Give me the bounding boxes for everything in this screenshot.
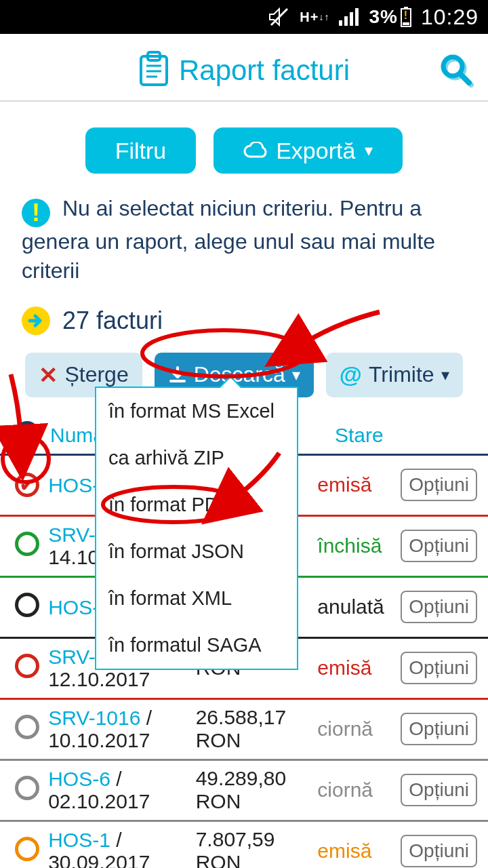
row-options-button[interactable]: Opțiuni — [401, 774, 477, 806]
row-select-radio[interactable] — [15, 715, 39, 739]
clock: 10:29 — [421, 5, 479, 30]
network-type: H+↓↑ — [300, 11, 329, 23]
row-options-button[interactable]: Opțiuni — [401, 530, 477, 562]
clipboard-icon — [138, 51, 169, 90]
row-select-radio[interactable] — [15, 532, 39, 556]
search-button[interactable] — [438, 52, 473, 90]
download-option-json[interactable]: în format JSON — [96, 528, 297, 575]
svg-text:!: ! — [404, 9, 408, 21]
download-option-pdf[interactable]: în format PDF — [96, 481, 297, 528]
info-badge-icon: ! — [22, 199, 50, 227]
download-option-zip[interactable]: ca arhivă ZIP — [96, 435, 297, 481]
row-value: 7.807,59RON — [196, 828, 318, 868]
table-row: HOS-6 / 02.10.201749.289,80RONciornăOpți… — [0, 761, 488, 822]
filter-button[interactable]: Filtru — [85, 127, 197, 174]
row-select-radio[interactable] — [15, 654, 39, 678]
arrow-badge-icon — [22, 307, 50, 335]
svg-rect-2 — [344, 16, 348, 26]
svg-line-15 — [460, 74, 469, 83]
download-icon — [168, 366, 187, 384]
row-status: ciornă — [317, 778, 401, 802]
page-title: Raport facturi — [179, 54, 350, 87]
signal-icon — [339, 8, 359, 26]
mute-icon — [268, 7, 290, 26]
row-status: emisă — [317, 473, 401, 496]
table-row: SRV-1016 /10.10.201726.588,17RONciornăOp… — [0, 700, 488, 761]
row-number[interactable]: HOS-6 / 02.10.2017 — [48, 768, 196, 812]
row-options-button[interactable]: Opțiuni — [401, 652, 477, 684]
result-count: 27 facturi — [0, 290, 488, 346]
row-status: închisă — [317, 534, 401, 557]
table-row: HOS-1 / 30.09.20177.807,59RONemisăOpțiun… — [0, 822, 488, 868]
chevron-down-icon: ▾ — [292, 366, 300, 384]
row-number[interactable]: SRV-1016 /10.10.2017 — [48, 707, 196, 751]
download-option-excel[interactable]: în format MS Excel — [96, 388, 297, 435]
export-button[interactable]: Exportă ▾ — [214, 127, 403, 174]
at-icon: @ — [340, 361, 362, 388]
row-number[interactable]: HOS-1 / 30.09.2017 — [48, 829, 196, 868]
svg-rect-1 — [339, 20, 342, 26]
battery-indicator: 3% ! — [369, 6, 411, 28]
col-status[interactable]: Stare — [335, 424, 423, 447]
row-options-button[interactable]: Opțiuni — [401, 469, 477, 501]
row-options-button[interactable]: Opțiuni — [401, 713, 477, 745]
row-status: emisă — [317, 840, 401, 863]
row-select-radio[interactable] — [15, 593, 39, 617]
svg-rect-3 — [350, 12, 353, 26]
chevron-down-icon: ▾ — [441, 366, 449, 384]
row-status: emisă — [317, 656, 401, 679]
x-icon: ✕ — [39, 361, 58, 389]
page-header: Raport facturi — [0, 34, 488, 102]
send-button[interactable]: @Trimite▾ — [326, 353, 463, 397]
svg-rect-4 — [355, 8, 359, 26]
download-option-saga[interactable]: în formatul SAGA — [96, 622, 297, 669]
row-options-button[interactable]: Opțiuni — [401, 835, 477, 867]
row-select-radio[interactable] — [15, 837, 39, 861]
select-all-radio[interactable] — [15, 421, 39, 446]
download-option-xml[interactable]: în format XML — [96, 575, 297, 622]
row-select-radio[interactable] — [15, 473, 39, 497]
row-value: 49.289,80RON — [196, 767, 318, 814]
toolbar: Filtru Exportă ▾ — [0, 102, 488, 187]
download-dropdown: în format MS Excel ca arhivă ZIP în form… — [95, 387, 298, 670]
row-options-button[interactable]: Opțiuni — [401, 591, 477, 623]
svg-rect-7 — [403, 22, 409, 25]
android-statusbar: H+↓↑ 3% ! 10:29 — [0, 0, 488, 34]
info-message: !Nu ai selectat niciun criteriu. Pentru … — [0, 187, 488, 290]
cloud-icon — [243, 142, 269, 159]
row-status: ciornă — [317, 717, 401, 741]
row-select-radio[interactable] — [15, 776, 39, 800]
chevron-down-icon: ▾ — [365, 141, 373, 160]
row-status: anulată — [317, 595, 401, 618]
row-value: 26.588,17RON — [196, 706, 318, 753]
